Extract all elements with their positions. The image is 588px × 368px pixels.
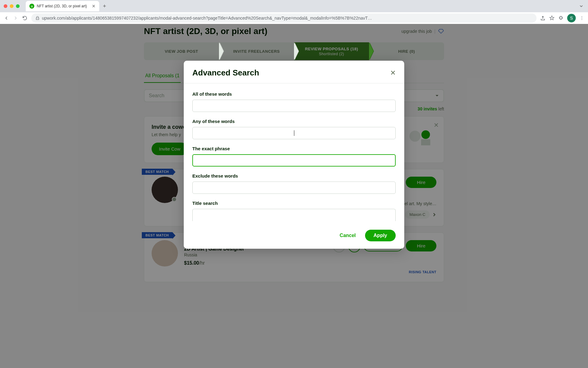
modal-title: Advanced Search <box>192 68 259 78</box>
advanced-search-modal: Advanced Search ✕ All of these words Any… <box>184 61 404 249</box>
exclude-words-label: Exclude these words <box>192 173 396 178</box>
text-cursor <box>294 130 294 136</box>
profile-avatar[interactable]: S <box>567 14 576 22</box>
tab-title: NFT artist (2D, 3D, or pixel art) <box>37 4 89 8</box>
share-icon[interactable] <box>540 16 545 21</box>
url-text: upwork.com/ab/applicants/148065381599740… <box>42 16 372 21</box>
window-close[interactable] <box>4 4 7 8</box>
browser-tab[interactable]: u NFT artist (2D, 3D, or pixel art) ✕ <box>26 1 99 11</box>
url-bar: upwork.com/ab/applicants/148065381599740… <box>0 12 588 24</box>
svg-point-1 <box>582 18 582 18</box>
menu-icon[interactable] <box>579 16 584 21</box>
tab-close-icon[interactable]: ✕ <box>92 4 96 9</box>
extensions-icon[interactable] <box>558 16 564 21</box>
reload-button[interactable] <box>22 15 28 21</box>
window-controls <box>4 4 20 8</box>
all-words-input[interactable] <box>192 100 396 112</box>
modal-overlay[interactable]: Advanced Search ✕ All of these words Any… <box>0 24 588 368</box>
exact-phrase-input[interactable] <box>192 154 396 167</box>
tab-bar: u NFT artist (2D, 3D, or pixel art) ✕ + <box>0 0 588 12</box>
tabs-dropdown-icon[interactable] <box>579 4 583 8</box>
exact-phrase-label: The exact phrase <box>192 146 396 151</box>
title-search-label: Title search <box>192 201 396 206</box>
bookmark-icon[interactable] <box>549 15 555 21</box>
window-maximize[interactable] <box>16 4 20 8</box>
lock-icon <box>36 16 40 20</box>
title-search-input[interactable] <box>192 209 396 221</box>
svg-point-2 <box>582 19 582 20</box>
all-words-label: All of these words <box>192 91 396 97</box>
new-tab-button[interactable]: + <box>103 3 106 10</box>
favicon: u <box>29 4 34 9</box>
modal-body: All of these words Any of these words Th… <box>184 83 404 224</box>
cancel-button[interactable]: Cancel <box>334 230 362 241</box>
url-field[interactable]: upwork.com/ab/applicants/148065381599740… <box>31 13 537 23</box>
apply-button[interactable]: Apply <box>365 230 396 241</box>
browser-chrome: u NFT artist (2D, 3D, or pixel art) ✕ + … <box>0 0 588 24</box>
exclude-words-input[interactable] <box>192 182 396 194</box>
back-button[interactable] <box>4 15 9 21</box>
window-minimize[interactable] <box>10 4 13 8</box>
forward-button[interactable] <box>13 15 18 21</box>
any-words-label: Any of these words <box>192 119 396 124</box>
modal-close-button[interactable]: ✕ <box>390 69 396 77</box>
svg-point-0 <box>582 16 582 17</box>
